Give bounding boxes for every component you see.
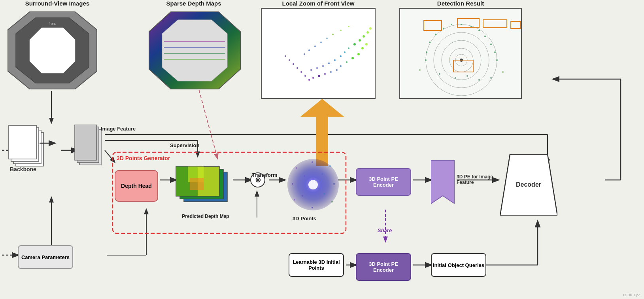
svg-point-111 [439,73,440,75]
initial-queries-box: Initial Object Queries [431,253,486,277]
svg-rect-128 [190,178,204,190]
sparse-depth-maps [146,10,243,91]
svg-point-100 [429,42,431,43]
surround-view-images: front [6,10,99,91]
local-zoom-label: Local Zoom of Front View [261,0,376,7]
svg-point-50 [304,75,306,77]
svg-point-61 [365,43,368,45]
feature-maps [73,125,107,174]
encoder-bottom-box: 3D Point PE Encoder [356,253,411,281]
svg-point-82 [304,53,305,55]
svg-point-95 [494,51,496,53]
detection-box [399,8,522,99]
svg-point-56 [293,63,294,65]
svg-point-99 [435,34,436,35]
camera-params-box: Camera Parameters [18,245,73,269]
svg-point-79 [320,42,322,43]
svg-rect-122 [75,125,96,160]
svg-line-9 [198,85,217,158]
svg-point-57 [357,53,360,55]
svg-point-102 [425,59,427,61]
learnable-box: Learnable 3D Initial Points [289,253,344,277]
svg-point-97 [451,24,452,25]
svg-marker-143 [431,160,455,204]
svg-point-47 [330,71,332,73]
svg-point-58 [289,59,290,61]
svg-text:Decoder: Decoder [516,181,541,188]
svg-point-136 [321,173,323,175]
predicted-depth-label: Predicted Depth Map [176,214,235,219]
svg-point-114 [419,69,421,71]
svg-point-80 [314,45,316,47]
svg-point-142 [312,207,313,208]
svg-point-46 [312,77,314,79]
svg-point-63 [328,62,330,64]
svg-point-109 [478,79,480,81]
local-zoom-box [261,8,376,99]
svg-point-62 [322,65,324,67]
svg-point-70 [353,43,356,45]
svg-point-45 [324,73,326,75]
svg-point-132 [329,165,331,167]
svg-point-108 [466,75,468,77]
svg-point-67 [340,55,342,57]
svg-text:3D Points Generator: 3D Points Generator [117,155,170,161]
svg-rect-83 [400,9,522,99]
svg-point-66 [310,69,312,71]
transform-label: Transform [252,172,278,178]
svg-point-74 [369,27,372,30]
svg-point-110 [455,77,456,79]
svg-point-133 [331,201,333,202]
svg-marker-38 [162,20,227,81]
svg-point-55 [351,57,354,59]
svg-point-96 [496,59,498,61]
svg-point-65 [334,59,336,61]
3d-points-label: 3D Points [293,216,316,221]
pe-image-label: 3D PE for Image Feature [457,174,496,185]
svg-point-93 [484,36,486,37]
svg-marker-35 [30,28,75,73]
encoder-top-text: 3D Point PE Encoder [369,176,398,188]
svg-point-131 [296,167,297,169]
svg-point-52 [300,71,302,73]
learnable-text: Learnable 3D Initial Points [289,259,343,271]
svg-point-64 [316,67,318,69]
encoder-top-box: 3D Point PE Encoder [356,168,411,196]
depth-map-visual [174,164,235,211]
svg-point-134 [294,199,295,201]
sparse-depth-label: Sparse Depth Maps [146,0,241,7]
diagram-container: ⊗ 3D Points Generator Surround-View Imag… [0,0,644,299]
share-label: Share [378,227,392,233]
svg-point-51 [340,65,342,67]
3d-points-visual [285,156,342,215]
svg-point-98 [443,28,444,29]
svg-point-101 [426,51,427,53]
svg-point-141 [312,161,313,163]
decoder-box: Decoder [500,154,557,217]
svg-point-135 [304,175,305,177]
pe-feature-shape [431,160,455,205]
encoder-bottom-text: 3D Point PE Encoder [369,261,398,273]
svg-point-68 [344,51,346,53]
svg-point-90 [461,24,462,25]
initial-queries-text: Initial Object Queries [433,262,484,268]
svg-point-94 [490,44,492,45]
svg-point-54 [297,67,298,69]
svg-point-113 [502,71,504,73]
svg-point-69 [348,47,349,49]
svg-point-140 [333,183,335,185]
svg-point-71 [359,39,361,42]
svg-point-130 [308,180,318,189]
svg-point-48 [308,79,310,81]
image-feature-label: Image Feature [101,126,136,132]
svg-rect-118 [9,125,36,159]
svg-point-59 [361,47,364,49]
svg-point-60 [285,55,286,57]
svg-point-53 [346,61,347,63]
depth-head-text: Depth Head [121,183,152,189]
depth-head-box: Depth Head [115,170,158,202]
svg-point-77 [332,34,334,35]
svg-point-49 [336,69,338,71]
svg-point-138 [302,195,303,197]
svg-point-73 [366,31,369,34]
